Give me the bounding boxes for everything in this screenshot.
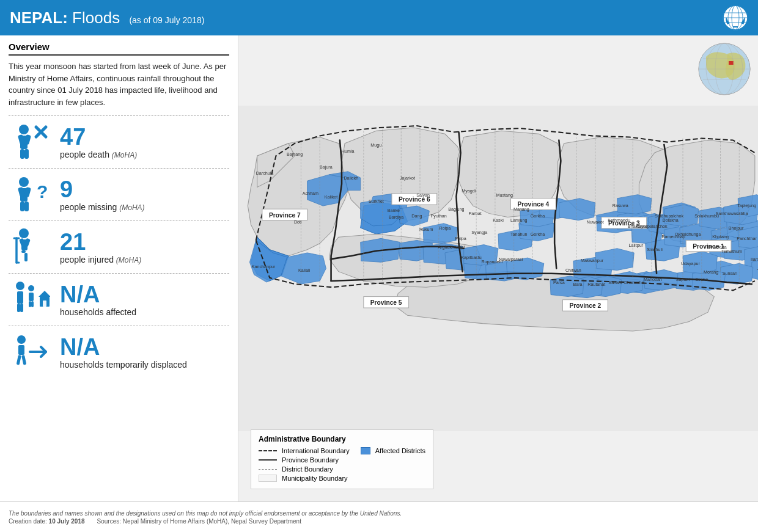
svg-rect-21 (20, 202, 24, 211)
svg-rect-214 (729, 61, 734, 65)
legend-intl-label: International Boundary (282, 447, 350, 454)
header-date: (as of 09 July 2018) (129, 15, 204, 25)
svg-text:Okhaldhunga: Okhaldhunga (675, 232, 701, 237)
stat-number-households-affected: N/A (60, 283, 229, 306)
svg-text:Bardiya: Bardiya (389, 215, 403, 220)
stat-label-households-affected: households affected (60, 307, 229, 317)
svg-rect-13 (20, 149, 24, 159)
svg-text:Panchthar: Panchthar (737, 236, 757, 241)
svg-marker-80 (559, 199, 595, 220)
person-injured-icon (10, 227, 50, 267)
svg-text:Taplejung: Taplejung (737, 203, 756, 208)
svg-text:Rolpa: Rolpa (440, 226, 451, 231)
footer-sources: Sources: Nepal Ministry of Home Affairs … (97, 518, 301, 525)
svg-rect-38 (29, 293, 34, 301)
footer-meta: Creation date: 10 July 2018 Sources: Nep… (9, 518, 749, 525)
legend-district-line (259, 469, 277, 470)
stat-icon-death (9, 122, 51, 162)
svg-text:Baglung: Baglung (448, 207, 464, 212)
stat-row-injured: 21 people injured (MoHA) (9, 220, 229, 273)
svg-text:Sindhuli: Sindhuli (647, 247, 663, 252)
svg-text:Kanchanpur: Kanchanpur (252, 264, 276, 269)
svg-text:Sankhuwasabha: Sankhuwasabha (716, 211, 748, 216)
legend-municipality-label: Municipality Boundary (282, 475, 348, 482)
svg-rect-14 (24, 149, 29, 159)
svg-text:Tanahun: Tanahun (510, 232, 527, 237)
svg-text:Pyuthan: Pyuthan (431, 214, 447, 219)
svg-text:Mugu: Mugu (370, 143, 381, 148)
svg-text:Chitwan: Chitwan (565, 268, 581, 273)
svg-text:Myagdi: Myagdi (462, 189, 476, 194)
stat-row-death: 47 people death (MoHA) (9, 115, 229, 168)
svg-text:Bajhang: Bajhang (287, 152, 303, 157)
svg-text:Gorkha: Gorkha (531, 232, 545, 237)
svg-point-9 (19, 125, 29, 134)
svg-text:Sunsari: Sunsari (723, 271, 738, 276)
svg-text:Syangja: Syangja (471, 230, 487, 235)
stat-content-injured: 21 people injured (MoHA) (60, 230, 229, 264)
legend-affected-label: Affected Districts (375, 447, 425, 454)
svg-rect-43 (43, 301, 46, 307)
svg-text:Nawalparasi: Nawalparasi (499, 257, 523, 262)
svg-text:Ilam: Ilam (751, 257, 758, 262)
stat-content-death: 47 people death (MoHA) (60, 125, 229, 159)
svg-text:Dailekh: Dailekh (344, 176, 358, 181)
page-footer: The boundaries and names shown and the d… (0, 501, 758, 532)
stat-row-households-affected: N/A households affected (9, 273, 229, 326)
svg-rect-22 (24, 202, 29, 211)
svg-text:Banke: Banke (388, 208, 400, 213)
svg-text:Salyan: Salyan (416, 193, 430, 198)
left-panel: Overview This year monsoon has started f… (0, 35, 238, 501)
svg-text:Sarlahi: Sarlahi (608, 280, 622, 285)
stat-icon-households-displaced (9, 332, 51, 372)
svg-text:Gorkha: Gorkha (531, 214, 545, 219)
svg-text:Mahottari: Mahottari (644, 277, 662, 282)
footer-creation-label: Creation date: 10 July 2018 (9, 518, 85, 525)
globe-svg (697, 42, 752, 97)
svg-text:Manang: Manang (513, 207, 529, 212)
stat-number-households-displaced: N/A (60, 335, 229, 359)
legend-province-label: Province Boundary (282, 456, 339, 464)
globe-inset (697, 42, 752, 97)
map-panel: Province 7 Province 6 Province 5 Provinc… (238, 35, 758, 501)
svg-text:Morang: Morang (704, 270, 718, 275)
svg-text:Rasuwa: Rasuwa (613, 203, 628, 208)
svg-text:Bara: Bara (573, 282, 582, 287)
svg-text:Kalikot: Kalikot (325, 195, 337, 200)
svg-rect-40 (31, 301, 34, 307)
svg-text:Bhojpur: Bhojpur (729, 226, 744, 231)
legend-district-label: District Boundary (282, 465, 333, 473)
svg-rect-34 (17, 291, 23, 304)
province7-label: Province 7 (269, 212, 301, 219)
stat-content-households-affected: N/A households affected (60, 283, 229, 317)
svg-text:Udayapur: Udayapur (681, 261, 701, 266)
page-title: NEPAL: Floods (as of 09 July 2018) (10, 9, 204, 27)
svg-text:Makwanpur: Makwanpur (581, 258, 604, 263)
main-content: Overview This year monsoon has started f… (0, 35, 758, 501)
stat-content-households-displaced: N/A households temporarily displaced (60, 335, 229, 370)
svg-text:Mustang: Mustang (496, 193, 513, 198)
svg-marker-41 (39, 291, 50, 297)
stat-number-missing: 9 (60, 178, 229, 201)
header-title-group: NEPAL: Floods (as of 09 July 2018) (10, 9, 204, 27)
svg-text:Parsa: Parsa (553, 280, 565, 285)
un-logo-icon (723, 5, 748, 31)
svg-text:?: ? (37, 181, 48, 202)
svg-rect-47 (21, 355, 26, 365)
svg-text:Darchula: Darchula (256, 171, 274, 176)
legend-row-municipality: Municipality Boundary (259, 475, 425, 482)
stat-row-missing: ? 9 people missing (MoHA) (9, 168, 229, 220)
person-death-icon (10, 122, 50, 162)
svg-text:Nuwakot: Nuwakot (587, 220, 604, 225)
svg-text:Kapilbastu: Kapilbastu (461, 255, 481, 260)
svg-point-37 (28, 285, 34, 291)
stat-label-death: people death (MoHA) (60, 150, 229, 159)
legend-row-province: Province Boundary (259, 456, 425, 464)
svg-text:Jajarkot: Jajarkot (400, 176, 415, 181)
svg-point-24 (19, 228, 29, 238)
svg-text:Parbat: Parbat (469, 211, 482, 216)
svg-text:Rautahat: Rautahat (587, 282, 605, 287)
svg-text:Bajura: Bajura (320, 165, 333, 170)
stat-row-households-displaced: N/A households temporarily displaced (9, 326, 229, 378)
province5-label: Province 5 (370, 299, 402, 306)
